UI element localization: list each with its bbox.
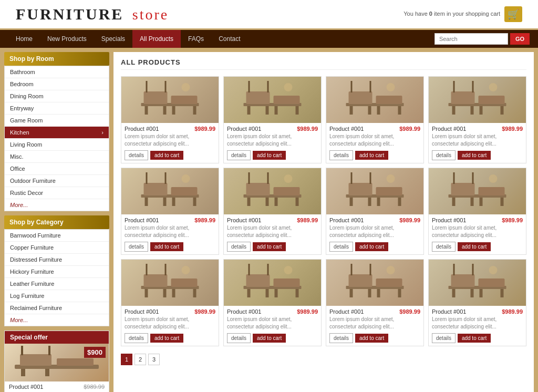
sidebar-item-leather[interactable]: Leather Furniture xyxy=(5,278,109,290)
details-button[interactable]: details xyxy=(432,242,456,252)
add-to-cart-button[interactable]: add to cart xyxy=(253,242,286,251)
product-price: $989.99 xyxy=(399,126,420,132)
product-image[interactable] xyxy=(224,260,321,306)
product-name: Product #001 xyxy=(227,308,261,315)
product-image[interactable] xyxy=(121,260,219,306)
nav-specials[interactable]: Specials xyxy=(94,30,132,48)
details-button[interactable]: details xyxy=(432,333,456,343)
page-button[interactable]: 2 xyxy=(134,354,146,365)
sidebar-item-distressed[interactable]: Distressed Furniture xyxy=(5,254,109,266)
add-to-cart-button[interactable]: add to cart xyxy=(253,151,286,160)
svg-rect-38 xyxy=(451,91,475,104)
svg-rect-119 xyxy=(479,278,505,287)
add-to-cart-button[interactable]: add to cart xyxy=(253,334,286,343)
sidebar-item-bathroom[interactable]: Bathroom xyxy=(5,66,109,78)
page-button[interactable]: 3 xyxy=(148,354,160,365)
add-to-cart-button[interactable]: add to cart xyxy=(355,151,388,160)
add-to-cart-button[interactable]: add to cart xyxy=(150,334,183,343)
sidebar-item-barnwood[interactable]: Barnwood Furniture xyxy=(5,230,109,242)
sidebar-item-outdoor[interactable]: Outdoor Furniture xyxy=(5,175,109,187)
product-image[interactable] xyxy=(429,77,526,123)
product-desc: Lorem ipsum dolor sit amet, consectetur … xyxy=(227,224,318,239)
svg-rect-73 xyxy=(398,198,401,206)
sidebar-item-hickory[interactable]: Hickory Furniture xyxy=(5,266,109,278)
svg-rect-61 xyxy=(266,198,269,206)
svg-point-106 xyxy=(284,266,293,274)
sidebar-item-log[interactable]: Log Furniture xyxy=(5,290,109,302)
svg-rect-52 xyxy=(172,198,175,206)
product-image[interactable] xyxy=(121,168,219,214)
add-to-cart-button[interactable]: add to cart xyxy=(355,334,388,343)
product-image[interactable] xyxy=(326,260,423,306)
special-offer-image[interactable]: $900 xyxy=(5,344,109,381)
add-to-cart-button[interactable]: add to cart xyxy=(458,242,491,251)
product-image[interactable] xyxy=(121,77,219,123)
details-button[interactable]: details xyxy=(227,242,251,252)
product-image[interactable] xyxy=(224,77,321,123)
sidebar-item-reclaimed[interactable]: Reclaimed Furniture xyxy=(5,302,109,314)
svg-rect-60 xyxy=(247,198,251,206)
product-card: Product #001 $989.99 Lorem ipsum dolor s… xyxy=(121,168,219,255)
search-button[interactable]: GO xyxy=(510,33,530,45)
nav-home[interactable]: Home xyxy=(8,30,40,48)
product-actions: details add to cart xyxy=(125,242,215,252)
details-button[interactable]: details xyxy=(125,333,148,343)
page-button[interactable]: 1 xyxy=(121,354,132,365)
svg-rect-93 xyxy=(193,289,196,297)
product-image[interactable] xyxy=(326,168,423,214)
cart-text: You have 0 item in your shopping cart xyxy=(404,10,500,18)
details-button[interactable]: details xyxy=(329,150,353,160)
sidebar-item-room-more[interactable]: More... xyxy=(5,199,109,211)
add-to-cart-button[interactable]: add to cart xyxy=(458,334,491,343)
svg-rect-6 xyxy=(48,346,50,355)
nav-contact[interactable]: Contact xyxy=(211,30,247,48)
svg-rect-51 xyxy=(163,198,167,206)
add-to-cart-button[interactable]: add to cart xyxy=(355,242,388,251)
product-image[interactable] xyxy=(326,77,423,123)
sidebar-item-kitchen[interactable]: Kitchen › xyxy=(5,127,109,139)
sidebar-item-living-room[interactable]: Living Room xyxy=(5,139,109,151)
svg-rect-64 xyxy=(249,172,250,184)
svg-rect-82 xyxy=(480,198,483,206)
svg-rect-20 xyxy=(247,106,251,115)
add-to-cart-button[interactable]: add to cart xyxy=(458,151,491,160)
sidebar-item-bedroom[interactable]: Bedroom xyxy=(5,78,109,90)
sidebar-item-misc[interactable]: Misc. xyxy=(5,151,109,163)
svg-rect-11 xyxy=(163,106,167,115)
svg-rect-81 xyxy=(471,198,474,206)
nav-new-products[interactable]: New Products xyxy=(40,30,94,48)
sidebar-item-dining-room[interactable]: Dining Room xyxy=(5,90,109,102)
cart-area: You have 0 item in your shopping cart 🛒 xyxy=(404,6,522,22)
details-button[interactable]: details xyxy=(227,333,251,343)
product-image[interactable] xyxy=(429,168,526,214)
details-button[interactable]: details xyxy=(329,242,353,252)
details-button[interactable]: details xyxy=(227,150,251,160)
svg-rect-68 xyxy=(349,183,373,195)
product-card: Product #001 $989.99 Lorem ipsum dolor s… xyxy=(428,259,526,346)
product-desc: Lorem ipsum dolor sit amet, consectetur … xyxy=(329,316,420,331)
details-button[interactable]: details xyxy=(432,150,456,160)
product-image[interactable] xyxy=(224,168,321,214)
details-button[interactable]: details xyxy=(125,242,148,252)
product-info: Product #001 $989.99 Lorem ipsum dolor s… xyxy=(121,214,219,254)
product-price: $989.99 xyxy=(297,126,318,132)
details-button[interactable]: details xyxy=(125,150,148,160)
svg-rect-90 xyxy=(145,289,148,297)
add-to-cart-button[interactable]: add to cart xyxy=(150,151,183,160)
nav-all-products[interactable]: All Products xyxy=(132,30,181,48)
product-image[interactable] xyxy=(429,260,526,306)
product-name: Product #001 xyxy=(125,308,159,315)
add-to-cart-button[interactable]: add to cart xyxy=(150,242,183,251)
sidebar-item-office[interactable]: Office xyxy=(5,163,109,175)
product-price: $989.99 xyxy=(297,217,318,223)
nav-faqs[interactable]: FAQs xyxy=(181,30,211,48)
sidebar-item-rustic[interactable]: Rustic Decor xyxy=(5,187,109,199)
sidebar-item-entryway[interactable]: Entryway xyxy=(5,102,109,115)
sidebar-item-category-more[interactable]: More... xyxy=(5,314,109,326)
sidebar-item-game-room[interactable]: Game Room xyxy=(5,115,109,127)
cart-icon[interactable]: 🛒 xyxy=(504,6,522,22)
search-input[interactable] xyxy=(434,33,508,45)
details-button[interactable]: details xyxy=(329,333,353,343)
svg-rect-8 xyxy=(144,91,168,104)
sidebar-item-copper[interactable]: Copper Furniture xyxy=(5,242,109,254)
